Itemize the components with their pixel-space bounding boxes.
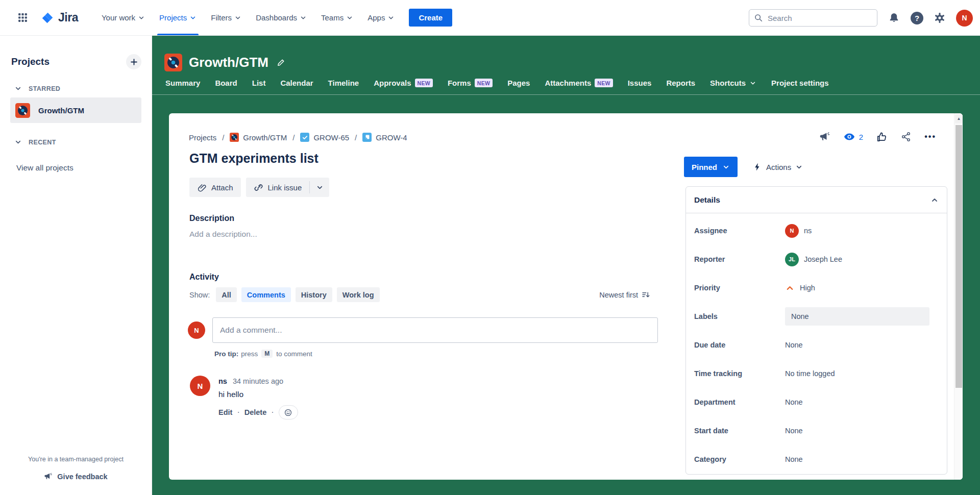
scrollbar-thumb[interactable] [955, 125, 962, 388]
labels-value[interactable]: None [785, 307, 929, 326]
edit-project-icon[interactable] [276, 58, 286, 67]
main-menu: Your work Projects Filters Dashboards Te… [94, 0, 402, 35]
description-placeholder[interactable]: Add a description... [189, 230, 257, 239]
chevron-down-icon [722, 163, 730, 171]
scrollbar[interactable]: ▲ [954, 113, 963, 480]
plus-icon [130, 58, 138, 66]
menu-apps[interactable]: Apps [360, 0, 402, 35]
menu-dashboards[interactable]: Dashboards [249, 0, 314, 35]
menu-your-work[interactable]: Your work [94, 0, 152, 35]
tab-forms[interactable]: FormsNEW [448, 79, 493, 87]
status-dropdown-button[interactable]: Pinned [684, 157, 738, 177]
time-tracking-value[interactable]: No time logged [785, 369, 835, 378]
app-switcher-icon[interactable] [13, 9, 32, 27]
user-avatar[interactable]: N [956, 10, 973, 27]
assignee-value[interactable]: N ns [785, 224, 812, 238]
comment-delete-button[interactable]: Delete [244, 408, 267, 416]
sidebar-item-growth-gtm[interactable]: Growth/GTM [10, 97, 141, 123]
tab-approvals[interactable]: ApprovalsNEW [374, 79, 433, 87]
dot-separator: · [271, 408, 274, 417]
link-issue-button[interactable]: Link issue [246, 178, 310, 197]
attach-button[interactable]: Attach [189, 178, 241, 197]
help-icon[interactable]: ? [911, 12, 923, 24]
reporter-value[interactable]: JL Joseph Lee [785, 253, 842, 266]
view-all-projects-link[interactable]: View all projects [16, 163, 74, 172]
search-icon [754, 13, 763, 22]
priority-value[interactable]: High [785, 283, 815, 293]
actions-dropdown-button[interactable]: Actions [753, 162, 803, 171]
tab-project-settings[interactable]: Project settings [771, 79, 829, 87]
chevron-down-icon [300, 14, 307, 21]
link-issue-dropdown[interactable] [310, 178, 329, 197]
tab-calendar[interactable]: Calendar [280, 79, 313, 87]
give-feedback-button[interactable]: Give feedback [44, 472, 107, 481]
project-main-area: Growth/GTM Summary Board List Calendar T… [152, 36, 980, 495]
chevron-down-icon [795, 163, 803, 171]
tab-pages[interactable]: Pages [507, 79, 530, 87]
filter-work-log[interactable]: Work log [337, 287, 380, 302]
more-actions-icon[interactable]: ••• [924, 132, 936, 141]
comment-body: hi hello [218, 390, 298, 399]
feedback-megaphone-icon[interactable] [819, 131, 830, 142]
avatar: N [785, 224, 799, 238]
watchers-button[interactable]: 2 [843, 131, 863, 143]
sidebar-section-recent[interactable]: RECENT [14, 138, 56, 146]
sidebar-title: Projects [11, 56, 50, 67]
breadcrumb-projects[interactable]: Projects [189, 133, 216, 142]
vote-thumbs-up-icon[interactable] [876, 131, 888, 143]
details-panel-header[interactable]: Details [686, 187, 947, 213]
tab-reports[interactable]: Reports [666, 79, 695, 87]
tab-shortcuts[interactable]: Shortcuts [710, 79, 756, 87]
search-input[interactable] [749, 9, 877, 27]
menu-projects[interactable]: Projects [152, 0, 204, 35]
add-project-button[interactable] [126, 54, 141, 69]
start-date-value[interactable]: None [785, 427, 803, 435]
add-reaction-button[interactable] [279, 405, 298, 419]
detail-row-due-date: Due date None [694, 331, 939, 359]
projects-sidebar: Projects STARRED Growth/GTM RECENT View … [0, 36, 152, 495]
detail-row-category: Category None [694, 445, 939, 474]
filter-all[interactable]: All [216, 287, 237, 302]
comment-author[interactable]: ns [218, 377, 227, 385]
link-icon [254, 183, 263, 192]
breadcrumb-parent-issue[interactable]: GROW-65 [300, 133, 349, 142]
menu-filters[interactable]: Filters [204, 0, 249, 35]
tab-list[interactable]: List [252, 79, 266, 87]
jira-logo[interactable]: Jira [41, 11, 78, 24]
issue-title[interactable]: GTM experiments list [189, 151, 318, 166]
comment-protip: Pro tip: press M to comment [214, 350, 312, 358]
scrollbar-up-arrow[interactable]: ▲ [955, 114, 963, 123]
tab-issues[interactable]: Issues [628, 79, 652, 87]
due-date-value[interactable]: None [785, 341, 803, 349]
menu-teams[interactable]: Teams [314, 0, 360, 35]
settings-gear-icon[interactable] [934, 12, 946, 24]
sort-order-button[interactable]: Newest first [599, 290, 650, 299]
new-badge: NEW [595, 79, 612, 87]
filter-comments[interactable]: Comments [241, 287, 291, 302]
sidebar-section-starred[interactable]: STARRED [14, 85, 60, 92]
tab-board[interactable]: Board [215, 79, 237, 87]
project-avatar-icon [15, 103, 30, 118]
create-button[interactable]: Create [409, 9, 452, 27]
tab-attachments[interactable]: AttachmentsNEW [545, 79, 612, 87]
chevron-down-icon [234, 14, 241, 21]
detail-row-time-tracking: Time tracking No time logged [694, 359, 939, 388]
team-managed-note: You're in a team-managed project [5, 456, 146, 463]
breadcrumb-current-issue[interactable]: GROW-4 [362, 133, 407, 142]
notifications-bell-icon[interactable] [888, 12, 900, 24]
avatar: N [188, 321, 205, 339]
comment-edit-button[interactable]: Edit [218, 408, 232, 416]
filter-history[interactable]: History [296, 287, 332, 302]
activity-filter-bar: Show: All Comments History Work log Newe… [189, 287, 650, 302]
breadcrumb-project-growth-gtm[interactable]: Growth/GTM [230, 133, 287, 142]
chevron-down-icon [14, 85, 22, 92]
project-tabs: Summary Board List Calendar Timeline App… [152, 79, 980, 95]
smiley-icon [284, 408, 292, 417]
department-value[interactable]: None [785, 398, 803, 406]
share-icon[interactable] [900, 131, 912, 142]
tab-timeline[interactable]: Timeline [328, 79, 359, 87]
comment-input[interactable] [212, 317, 658, 343]
lightning-bolt-icon [753, 162, 762, 171]
category-value[interactable]: None [785, 455, 803, 463]
tab-summary[interactable]: Summary [165, 79, 200, 87]
